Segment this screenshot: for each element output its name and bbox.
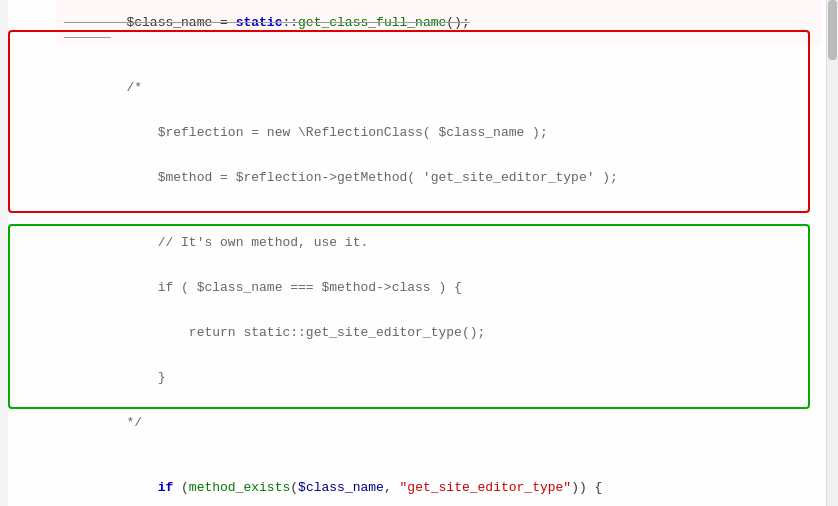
code-line: /* <box>56 65 822 110</box>
code-line: // It's own method, use it. <box>56 220 822 265</box>
scrollbar-track[interactable] <box>826 0 838 506</box>
code-line: } <box>56 355 822 400</box>
code-line: $reflection = new \ReflectionClass( $cla… <box>56 110 822 155</box>
line-content: $class_name = static::get_class_full_nam… <box>64 0 822 45</box>
scrollbar-thumb[interactable] <box>828 0 837 60</box>
line-content: $reflection = new \ReflectionClass( $cla… <box>64 110 822 155</box>
line-content: return static::get_site_editor_type(); <box>64 310 822 355</box>
code-container: $class_name = static::get_class_full_nam… <box>0 0 838 506</box>
left-gutter <box>0 0 8 506</box>
code-line: if ( $class_name === $method->class ) { <box>56 265 822 310</box>
line-content: } <box>64 355 822 400</box>
line-content: /* <box>64 65 822 110</box>
line-content: $method = $reflection->getMethod( 'get_s… <box>64 155 822 200</box>
code-line: $class_name = static::get_class_full_nam… <box>56 0 822 45</box>
code-line: */ <box>56 400 822 445</box>
code-line: $method = $reflection->getMethod( 'get_s… <box>56 155 822 200</box>
code-lines: $class_name = static::get_class_full_nam… <box>0 0 838 506</box>
code-line <box>56 445 822 465</box>
code-line <box>56 45 822 65</box>
code-line <box>56 200 822 220</box>
line-content: if ( $class_name === $method->class ) { <box>64 265 822 310</box>
code-line: return static::get_site_editor_type(); <box>56 310 822 355</box>
line-content: */ <box>64 400 822 445</box>
code-line: if (method_exists($class_name, "get_site… <box>56 465 822 506</box>
line-content: // It's own method, use it. <box>64 220 822 265</box>
line-content: if (method_exists($class_name, "get_site… <box>64 465 822 506</box>
